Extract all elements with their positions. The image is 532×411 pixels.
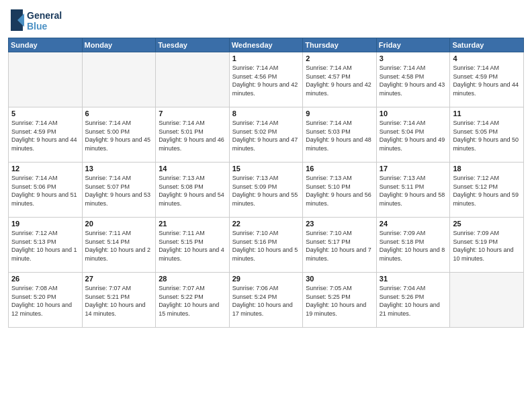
col-header-friday: Friday (376, 38, 450, 52)
day-number: 1 (232, 54, 300, 62)
col-header-wednesday: Wednesday (229, 38, 303, 52)
calendar-cell: 17Sunrise: 7:13 AM Sunset: 5:11 PM Dayli… (376, 163, 450, 218)
day-number: 14 (159, 165, 226, 173)
calendar-cell: 30Sunrise: 7:05 AM Sunset: 5:25 PM Dayli… (303, 273, 377, 328)
day-info: Sunrise: 7:13 AM Sunset: 5:10 PM Dayligh… (306, 174, 373, 208)
calendar-cell: 27Sunrise: 7:07 AM Sunset: 5:21 PM Dayli… (82, 273, 156, 328)
day-number: 9 (306, 109, 373, 118)
day-info: Sunrise: 7:14 AM Sunset: 5:02 PM Dayligh… (232, 119, 300, 152)
calendar-cell: 22Sunrise: 7:10 AM Sunset: 5:16 PM Dayli… (229, 218, 303, 273)
calendar-cell: 29Sunrise: 7:06 AM Sunset: 5:24 PM Dayli… (229, 273, 303, 328)
day-number: 22 (232, 220, 300, 228)
svg-text:Blue: Blue (27, 21, 48, 32)
calendar-cell: 10Sunrise: 7:14 AM Sunset: 5:04 PM Dayli… (376, 107, 450, 163)
calendar-cell: 15Sunrise: 7:13 AM Sunset: 5:09 PM Dayli… (229, 163, 303, 218)
day-info: Sunrise: 7:04 AM Sunset: 5:26 PM Dayligh… (380, 284, 447, 318)
calendar-header-row: SundayMondayTuesdayWednesdayThursdayFrid… (9, 38, 524, 52)
calendar-cell: 9Sunrise: 7:14 AM Sunset: 5:03 PM Daylig… (303, 107, 377, 163)
day-number: 27 (85, 275, 153, 283)
day-number: 11 (453, 109, 521, 118)
day-info: Sunrise: 7:14 AM Sunset: 5:03 PM Dayligh… (306, 119, 373, 152)
day-number: 30 (306, 275, 373, 283)
day-info: Sunrise: 7:14 AM Sunset: 4:56 PM Dayligh… (232, 64, 300, 97)
calendar-week-3: 12Sunrise: 7:14 AM Sunset: 5:06 PM Dayli… (9, 163, 524, 218)
day-info: Sunrise: 7:14 AM Sunset: 4:58 PM Dayligh… (380, 64, 447, 97)
day-number: 5 (11, 109, 79, 118)
calendar-cell: 13Sunrise: 7:14 AM Sunset: 5:07 PM Dayli… (82, 163, 156, 218)
col-header-saturday: Saturday (450, 38, 524, 52)
calendar-cell: 6Sunrise: 7:14 AM Sunset: 5:00 PM Daylig… (82, 107, 156, 163)
col-header-thursday: Thursday (303, 38, 377, 52)
day-info: Sunrise: 7:11 AM Sunset: 5:14 PM Dayligh… (85, 229, 153, 263)
day-info: Sunrise: 7:14 AM Sunset: 4:59 PM Dayligh… (453, 64, 521, 97)
calendar-table: SundayMondayTuesdayWednesdayThursdayFrid… (8, 38, 524, 328)
day-info: Sunrise: 7:12 AM Sunset: 5:12 PM Dayligh… (453, 174, 521, 208)
day-number: 23 (306, 220, 373, 228)
calendar-cell: 5Sunrise: 7:14 AM Sunset: 4:59 PM Daylig… (9, 107, 83, 163)
calendar-week-4: 19Sunrise: 7:12 AM Sunset: 5:13 PM Dayli… (9, 218, 524, 273)
calendar-cell: 31Sunrise: 7:04 AM Sunset: 5:26 PM Dayli… (376, 273, 450, 328)
logo-svg: GeneralBlue (8, 7, 69, 34)
calendar-cell: 23Sunrise: 7:10 AM Sunset: 5:17 PM Dayli… (303, 218, 377, 273)
day-info: Sunrise: 7:10 AM Sunset: 5:17 PM Dayligh… (306, 229, 373, 263)
calendar-cell: 21Sunrise: 7:11 AM Sunset: 5:15 PM Dayli… (156, 218, 230, 273)
day-info: Sunrise: 7:14 AM Sunset: 4:57 PM Dayligh… (306, 64, 373, 97)
day-info: Sunrise: 7:11 AM Sunset: 5:15 PM Dayligh… (159, 229, 226, 263)
calendar-cell (450, 273, 524, 328)
calendar-cell: 2Sunrise: 7:14 AM Sunset: 4:57 PM Daylig… (303, 52, 377, 107)
calendar-week-5: 26Sunrise: 7:08 AM Sunset: 5:20 PM Dayli… (9, 273, 524, 328)
day-info: Sunrise: 7:06 AM Sunset: 5:24 PM Dayligh… (232, 284, 300, 318)
day-info: Sunrise: 7:13 AM Sunset: 5:08 PM Dayligh… (159, 174, 226, 208)
day-number: 13 (85, 165, 153, 173)
day-info: Sunrise: 7:14 AM Sunset: 5:05 PM Dayligh… (453, 119, 521, 152)
calendar-cell: 14Sunrise: 7:13 AM Sunset: 5:08 PM Dayli… (156, 163, 230, 218)
day-info: Sunrise: 7:13 AM Sunset: 5:09 PM Dayligh… (232, 174, 300, 208)
calendar-cell: 1Sunrise: 7:14 AM Sunset: 4:56 PM Daylig… (229, 52, 303, 107)
page-container: GeneralBlue SundayMondayTuesdayWednesday… (0, 0, 532, 333)
calendar-cell: 19Sunrise: 7:12 AM Sunset: 5:13 PM Dayli… (9, 218, 83, 273)
calendar-cell (82, 52, 156, 107)
calendar-cell: 3Sunrise: 7:14 AM Sunset: 4:58 PM Daylig… (376, 52, 450, 107)
calendar-cell: 26Sunrise: 7:08 AM Sunset: 5:20 PM Dayli… (9, 273, 83, 328)
day-number: 31 (380, 275, 447, 283)
col-header-monday: Monday (82, 38, 156, 52)
day-number: 28 (159, 275, 226, 283)
calendar-cell: 25Sunrise: 7:09 AM Sunset: 5:19 PM Dayli… (450, 218, 524, 273)
day-number: 7 (159, 109, 226, 118)
day-info: Sunrise: 7:14 AM Sunset: 5:01 PM Dayligh… (159, 119, 226, 152)
day-info: Sunrise: 7:07 AM Sunset: 5:21 PM Dayligh… (85, 284, 153, 318)
day-number: 8 (232, 109, 300, 118)
calendar-cell: 7Sunrise: 7:14 AM Sunset: 5:01 PM Daylig… (156, 107, 230, 163)
day-number: 10 (380, 109, 447, 118)
day-info: Sunrise: 7:14 AM Sunset: 5:07 PM Dayligh… (85, 174, 153, 208)
day-number: 21 (159, 220, 226, 228)
calendar-cell: 20Sunrise: 7:11 AM Sunset: 5:14 PM Dayli… (82, 218, 156, 273)
day-info: Sunrise: 7:08 AM Sunset: 5:20 PM Dayligh… (11, 284, 79, 318)
day-info: Sunrise: 7:14 AM Sunset: 5:00 PM Dayligh… (85, 119, 153, 152)
day-info: Sunrise: 7:09 AM Sunset: 5:18 PM Dayligh… (380, 229, 447, 263)
calendar-cell: 16Sunrise: 7:13 AM Sunset: 5:10 PM Dayli… (303, 163, 377, 218)
calendar-week-2: 5Sunrise: 7:14 AM Sunset: 4:59 PM Daylig… (9, 107, 524, 163)
day-info: Sunrise: 7:13 AM Sunset: 5:11 PM Dayligh… (380, 174, 447, 208)
day-info: Sunrise: 7:14 AM Sunset: 5:06 PM Dayligh… (11, 174, 79, 208)
calendar-cell: 8Sunrise: 7:14 AM Sunset: 5:02 PM Daylig… (229, 107, 303, 163)
day-number: 18 (453, 165, 521, 173)
day-number: 19 (11, 220, 79, 228)
day-number: 12 (11, 165, 79, 173)
day-info: Sunrise: 7:09 AM Sunset: 5:19 PM Dayligh… (453, 229, 521, 263)
calendar-cell (156, 52, 230, 107)
logo: GeneralBlue (8, 7, 69, 34)
day-number: 29 (232, 275, 300, 283)
calendar-cell: 11Sunrise: 7:14 AM Sunset: 5:05 PM Dayli… (450, 107, 524, 163)
day-number: 24 (380, 220, 447, 228)
calendar-week-1: 1Sunrise: 7:14 AM Sunset: 4:56 PM Daylig… (9, 52, 524, 107)
day-info: Sunrise: 7:12 AM Sunset: 5:13 PM Dayligh… (11, 229, 79, 263)
day-info: Sunrise: 7:07 AM Sunset: 5:22 PM Dayligh… (159, 284, 226, 318)
day-number: 2 (306, 54, 373, 62)
day-number: 20 (85, 220, 153, 228)
calendar-cell: 18Sunrise: 7:12 AM Sunset: 5:12 PM Dayli… (450, 163, 524, 218)
day-number: 26 (11, 275, 79, 283)
day-info: Sunrise: 7:14 AM Sunset: 4:59 PM Dayligh… (11, 119, 79, 152)
day-info: Sunrise: 7:05 AM Sunset: 5:25 PM Dayligh… (306, 284, 373, 318)
day-number: 6 (85, 109, 153, 118)
